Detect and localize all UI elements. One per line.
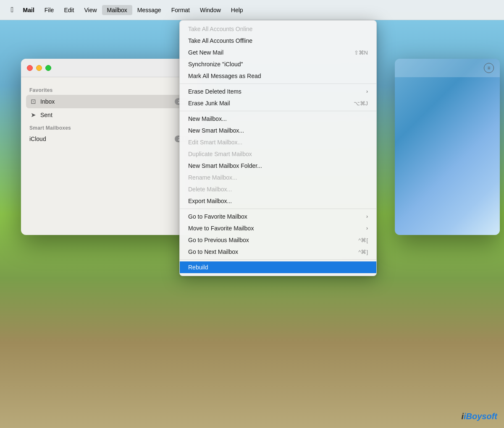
menu-message[interactable]: Message (132, 5, 166, 15)
separator-3 (180, 209, 376, 209)
menubar:  Mail File Edit View Mailbox Message Fo… (0, 0, 504, 20)
menu-take-all-offline[interactable]: Take All Accounts Offline (180, 35, 376, 47)
menu-get-new-mail[interactable]: Get New Mail ⇧⌘N (180, 47, 376, 58)
mail-window: Favorites ⊡ Inbox 208 ➤ Sent Smart Mailb… (21, 59, 197, 235)
menu-edit[interactable]: Edit (59, 5, 79, 15)
mail-right-toolbar: ≡ (395, 59, 500, 77)
separator-1 (180, 84, 376, 84)
menu-rename-mailbox[interactable]: Rename Mailbox... (180, 172, 376, 183)
menu-mailbox[interactable]: Mailbox (102, 5, 132, 15)
menu-go-to-previous[interactable]: Go to Previous Mailbox ^⌘[ (180, 234, 376, 246)
menu-edit-smart-mailbox[interactable]: Edit Smart Mailbox... (180, 136, 376, 148)
menu-view[interactable]: View (79, 5, 102, 15)
menu-duplicate-smart-mailbox[interactable]: Duplicate Smart Mailbox (180, 148, 376, 160)
chevron-right-icon: › (366, 89, 368, 94)
sidebar-item-inbox[interactable]: ⊡ Inbox 208 (26, 95, 192, 108)
sidebar-item-sent[interactable]: ➤ Sent (26, 108, 192, 122)
sidebar-item-icloud[interactable]: iCloud 211 (26, 133, 192, 145)
close-button[interactable] (27, 65, 33, 71)
menu-mail[interactable]: Mail (18, 5, 39, 15)
menu-mark-all-read[interactable]: Mark All Messages as Read (180, 70, 376, 82)
menu-erase-junk[interactable]: Erase Junk Mail ⌥⌘J (180, 97, 376, 109)
menu-new-mailbox[interactable]: New Mailbox... (180, 113, 376, 125)
menu-export-mailbox[interactable]: Export Mailbox... (180, 195, 376, 207)
apple-menu[interactable]:  (7, 4, 18, 16)
icloud-label: iCloud (29, 136, 171, 142)
menu-help[interactable]: Help (226, 5, 248, 15)
smart-mailboxes-header: Smart Mailboxes (26, 122, 192, 133)
menu-file[interactable]: File (39, 5, 59, 15)
menu-synchronize-icloud[interactable]: Synchronize "iCloud" (180, 58, 376, 70)
sidebar: Favorites ⊡ Inbox 208 ➤ Sent Smart Mailb… (21, 77, 197, 152)
sent-icon: ➤ (29, 111, 37, 119)
chevron-right-icon-3: › (366, 225, 368, 231)
menu-new-smart-mailbox[interactable]: New Smart Mailbox... (180, 125, 376, 136)
menu-rebuild[interactable]: Rebuild (180, 261, 376, 273)
iboysoft-logo: iiBoysoft (461, 412, 497, 421)
menu-move-to-favorite[interactable]: Move to Favorite Mailbox › (180, 222, 376, 234)
inbox-label: Inbox (40, 98, 171, 105)
mailbox-menu-dropdown: Take All Accounts Online Take All Accoun… (179, 20, 377, 276)
sent-label: Sent (40, 112, 189, 118)
inbox-icon: ⊡ (29, 98, 37, 105)
menu-take-all-online[interactable]: Take All Accounts Online (180, 23, 376, 35)
maximize-button[interactable] (45, 65, 51, 71)
separator-4 (180, 259, 376, 260)
menu-window[interactable]: Window (195, 5, 226, 15)
mail-right-panel: ≡ (395, 59, 500, 235)
filter-icon[interactable]: ≡ (484, 63, 494, 73)
menu-new-smart-folder[interactable]: New Smart Mailbox Folder... (180, 160, 376, 172)
menu-erase-deleted[interactable]: Erase Deleted Items › (180, 86, 376, 97)
separator-2 (180, 111, 376, 111)
minimize-button[interactable] (36, 65, 42, 71)
menu-go-to-next[interactable]: Go to Next Mailbox ^⌘] (180, 246, 376, 258)
window-titlebar (21, 59, 197, 77)
menu-go-to-favorite[interactable]: Go to Favorite Mailbox › (180, 211, 376, 222)
menu-delete-mailbox[interactable]: Delete Mailbox... (180, 183, 376, 195)
chevron-right-icon-2: › (366, 214, 368, 219)
menu-format[interactable]: Format (166, 5, 195, 15)
favorites-header: Favorites (26, 84, 192, 95)
